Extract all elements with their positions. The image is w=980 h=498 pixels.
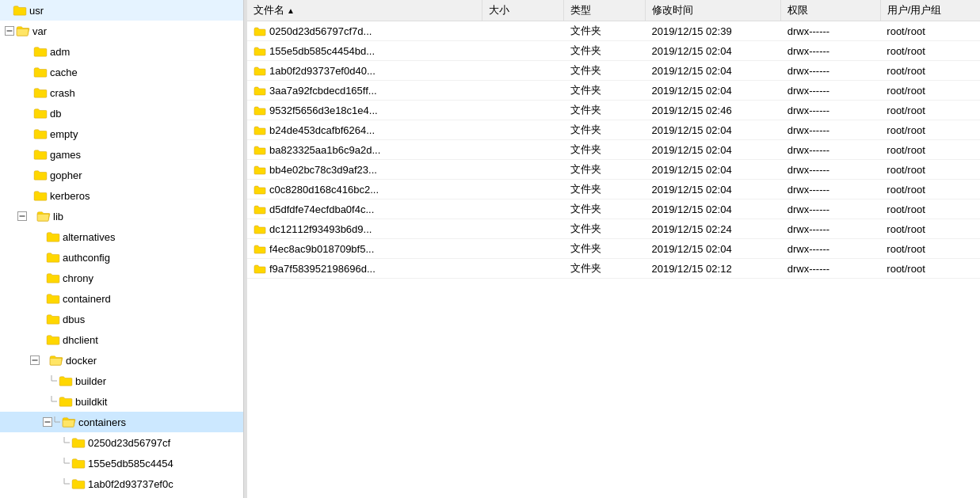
file-folder-icon xyxy=(254,67,266,76)
col-header-modified[interactable]: 修改时间 xyxy=(645,0,780,21)
tree-node-empty[interactable]: empty xyxy=(0,124,243,144)
tree-node-c1[interactable]: 0250d23d56797cf xyxy=(0,432,243,453)
tree-node-adm[interactable]: adm xyxy=(0,41,243,62)
table-row[interactable]: 0250d23d56797cf7d...文件夹2019/12/15 02:39d… xyxy=(247,21,980,41)
connector-chrony xyxy=(38,272,44,283)
tree-node-c2[interactable]: 155e5db585c4454 xyxy=(0,453,243,473)
table-row[interactable]: 1ab0f2d93737ef0d40...文件夹2019/12/15 02:04… xyxy=(247,61,980,81)
tree-node-authconfig[interactable]: authconfig xyxy=(0,247,243,268)
file-perms-cell: drwx------ xyxy=(781,41,881,61)
file-modified-cell: 2019/12/15 02:04 xyxy=(645,41,780,61)
file-modified-cell: 2019/12/15 02:39 xyxy=(645,21,780,41)
tree-node-c3[interactable]: 1ab0f2d93737ef0c xyxy=(0,473,243,494)
connector-dhclient xyxy=(38,334,44,345)
table-row[interactable]: d5dfdfe74ecfdba0f4c...文件夹2019/12/15 02:0… xyxy=(247,200,980,219)
tree-node-usr[interactable]: usr xyxy=(0,0,243,21)
file-name-text: 1ab0f2d93737ef0d40... xyxy=(269,65,376,77)
file-perms-cell: drwx------ xyxy=(781,180,881,200)
folder-icon-crash xyxy=(33,87,48,98)
folder-icon-c1 xyxy=(71,437,86,448)
col-header-type[interactable]: 类型 xyxy=(564,0,646,21)
tree-node-games[interactable]: games xyxy=(0,144,243,165)
file-folder-icon xyxy=(254,126,266,135)
file-type-cell: 文件夹 xyxy=(564,160,646,180)
tree-node-gopher[interactable]: gopher xyxy=(0,165,243,185)
tree-label-db: db xyxy=(50,108,61,120)
tree-node-kerberos[interactable]: kerberos xyxy=(0,185,243,206)
file-name-cell: 9532f5656d3e18c1e4... xyxy=(247,101,482,120)
col-header-owner[interactable]: 用户/用户组 xyxy=(880,0,980,21)
folder-icon-c2 xyxy=(71,458,86,469)
folder-icon-authconfig xyxy=(46,252,60,263)
tree-label-games: games xyxy=(50,149,81,161)
file-table: 文件名▲大小类型修改时间权限用户/用户组 0250d23d56797cf7d..… xyxy=(247,0,980,279)
tree-node-containerd[interactable]: containerd xyxy=(0,288,243,309)
file-perms-cell: drwx------ xyxy=(781,61,881,81)
tree-toggle-alternatives xyxy=(29,230,38,243)
table-row[interactable]: 3aa7a92fcbdecd165ff...文件夹2019/12/15 02:0… xyxy=(247,81,980,101)
tree-toggle-dhclient xyxy=(29,333,38,346)
folder-icon-adm xyxy=(33,46,48,57)
tree-toggle-crash xyxy=(16,86,25,99)
file-modified-cell: 2019/12/15 02:04 xyxy=(645,81,780,101)
file-size-cell xyxy=(482,180,564,200)
tree-toggle-containers[interactable] xyxy=(41,416,54,428)
file-name-cell: ba823325aa1b6c9a2d... xyxy=(247,140,482,160)
file-owner-cell: root/root xyxy=(880,160,980,180)
table-row[interactable]: 9532f5656d3e18c1e4...文件夹2019/12/15 02:46… xyxy=(247,101,980,120)
table-row[interactable]: dc12112f93493b6d9...文件夹2019/12/15 02:24d… xyxy=(247,219,980,239)
col-header-name[interactable]: 文件名▲ xyxy=(247,0,482,21)
table-row[interactable]: f9a7f583952198696d...文件夹2019/12/15 02:12… xyxy=(247,259,980,279)
file-owner-cell: root/root xyxy=(880,81,980,101)
tree-node-db[interactable]: db xyxy=(0,103,243,124)
tree-toggle-lib[interactable] xyxy=(16,210,29,222)
tree-node-dbus[interactable]: dbus xyxy=(0,309,243,329)
file-owner-cell: root/root xyxy=(880,219,980,239)
table-row[interactable]: 155e5db585c4454bd...文件夹2019/12/15 02:04d… xyxy=(247,41,980,61)
tree-label-lib: lib xyxy=(53,211,63,222)
file-name-text: 3aa7a92fcbdecd165ff... xyxy=(269,85,377,97)
file-size-cell xyxy=(482,160,564,180)
tree-node-docker[interactable]: docker xyxy=(0,350,243,371)
col-header-size[interactable]: 大小 xyxy=(482,0,564,21)
file-panel[interactable]: 文件名▲大小类型修改时间权限用户/用户组 0250d23d56797cf7d..… xyxy=(247,0,980,498)
tree-node-dhclient[interactable]: dhclient xyxy=(0,329,243,350)
file-name-cell: dc12112f93493b6d9... xyxy=(247,219,482,239)
table-row[interactable]: b24de453dcafbf6264...文件夹2019/12/15 02:04… xyxy=(247,120,980,140)
tree-node-builder[interactable]: builder xyxy=(0,371,243,391)
file-size-cell xyxy=(482,219,564,239)
table-row[interactable]: f4ec8ac9b018709bf5...文件夹2019/12/15 02:04… xyxy=(247,239,980,259)
tree-node-var[interactable]: var xyxy=(0,21,243,41)
file-size-cell xyxy=(482,41,564,61)
tree-node-alternatives[interactable]: alternatives xyxy=(0,226,243,247)
table-row[interactable]: c0c8280d168c416bc2...文件夹2019/12/15 02:04… xyxy=(247,180,980,200)
col-header-perms[interactable]: 权限 xyxy=(781,0,881,21)
folder-icon-db xyxy=(33,108,48,119)
tree-toggle-docker[interactable] xyxy=(29,354,41,367)
tree-toggle-builder xyxy=(41,374,51,387)
file-type-cell: 文件夹 xyxy=(564,180,646,200)
tree-node-buildkit[interactable]: buildkit xyxy=(0,391,243,412)
file-perms-cell: drwx------ xyxy=(781,81,881,101)
tree-toggle-authconfig xyxy=(29,251,38,264)
file-perms-cell: drwx------ xyxy=(781,219,881,239)
file-modified-cell: 2019/12/15 02:04 xyxy=(645,239,780,259)
tree-node-lib[interactable]: lib xyxy=(0,206,243,226)
tree-node-cache[interactable]: cache xyxy=(0,62,243,82)
file-name-cell: f4ec8ac9b018709bf5... xyxy=(247,239,482,259)
file-perms-cell: drwx------ xyxy=(781,160,881,180)
file-type-cell: 文件夹 xyxy=(564,120,646,140)
table-row[interactable]: ba823325aa1b6c9a2d...文件夹2019/12/15 02:04… xyxy=(247,140,980,160)
file-name-cell: b24de453dcafbf6264... xyxy=(247,120,482,140)
table-row[interactable]: bb4e02bc78c3d9af23...文件夹2019/12/15 02:04… xyxy=(247,160,980,180)
tree-panel[interactable]: usr var adm cache crash db empty games g… xyxy=(0,0,244,498)
tree-node-containers[interactable]: containers xyxy=(0,412,243,432)
file-name-cell: 1ab0f2d93737ef0d40... xyxy=(247,61,482,81)
tree-node-chrony[interactable]: chrony xyxy=(0,268,243,288)
file-name-text: 155e5db585c4454bd... xyxy=(269,45,375,57)
file-size-cell xyxy=(482,61,564,81)
file-folder-icon xyxy=(254,106,266,116)
tree-toggle-var[interactable] xyxy=(3,25,16,37)
tree-node-crash[interactable]: crash xyxy=(0,82,243,103)
file-modified-cell: 2019/12/15 02:04 xyxy=(645,120,780,140)
